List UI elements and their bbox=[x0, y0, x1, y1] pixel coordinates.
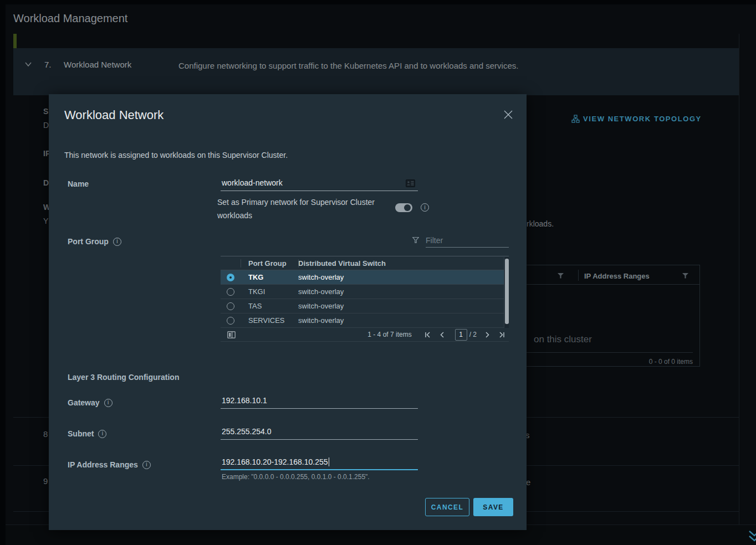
ip-ranges-label: IP Address Ranges bbox=[68, 460, 151, 469]
next-page-button[interactable] bbox=[480, 332, 494, 338]
last-page-button[interactable] bbox=[494, 332, 509, 338]
port-group-label: Port Group bbox=[68, 237, 121, 246]
cancel-button[interactable]: CANCEL bbox=[425, 498, 469, 516]
info-icon[interactable] bbox=[98, 430, 106, 438]
column-divider bbox=[298, 259, 299, 268]
name-input[interactable]: workload-network bbox=[221, 177, 418, 191]
text-cursor bbox=[329, 457, 330, 466]
ip-ranges-input-value: 192.168.10.20-192.168.10.255 bbox=[222, 457, 328, 466]
name-input-value: workload-network bbox=[222, 178, 283, 187]
dvs-column-header: Distributed Virtual Switch bbox=[294, 259, 509, 268]
port-group-table: Port Group Distributed Virtual Switch TK… bbox=[221, 256, 509, 342]
table-scrollbar[interactable] bbox=[504, 257, 509, 328]
items-count: 1 - 4 of 7 items bbox=[367, 331, 411, 338]
filter-icon[interactable] bbox=[412, 237, 419, 243]
modal-title: Workload Network bbox=[64, 108, 164, 122]
info-icon[interactable] bbox=[142, 461, 151, 469]
modal-description: This network is assigned to workloads on… bbox=[64, 151, 288, 160]
previous-page-button[interactable] bbox=[435, 332, 449, 338]
table-row-tkgi[interactable]: TKGI switch-overlay bbox=[221, 285, 509, 299]
table-row-services[interactable]: SERVICES switch-overlay bbox=[221, 313, 509, 328]
info-icon[interactable] bbox=[104, 399, 113, 407]
ip-ranges-input[interactable]: 192.168.10.20-192.168.10.255 bbox=[221, 456, 418, 470]
port-group-column-header: Port Group bbox=[241, 259, 294, 268]
port-group-filter-input[interactable] bbox=[426, 234, 509, 248]
page-total: / 2 bbox=[469, 331, 477, 338]
column-divider bbox=[241, 259, 241, 268]
gateway-input-value: 192.168.10.1 bbox=[222, 396, 267, 405]
subnet-input[interactable]: 255.255.254.0 bbox=[221, 426, 418, 440]
save-button[interactable]: SAVE bbox=[473, 498, 513, 516]
pagination: 1 / 2 bbox=[412, 329, 509, 341]
toggle-knob bbox=[404, 204, 411, 211]
subnet-label: Subnet bbox=[68, 429, 106, 438]
first-page-button[interactable] bbox=[421, 332, 435, 338]
contact-card-icon bbox=[406, 179, 415, 187]
gateway-input[interactable]: 192.168.10.1 bbox=[221, 395, 418, 409]
table-footer: 1 - 4 of 7 items 1 / 2 bbox=[221, 328, 509, 342]
vsphere-window: Workload Management 7. Workload Network … bbox=[0, 0, 756, 545]
table-header-row: Port Group Distributed Virtual Switch bbox=[221, 256, 509, 270]
name-label: Name bbox=[68, 179, 89, 188]
table-row-tas[interactable]: TAS switch-overlay bbox=[221, 299, 509, 313]
info-icon[interactable] bbox=[421, 203, 429, 212]
layer3-heading: Layer 3 Routing Configuration bbox=[68, 373, 179, 382]
radio-button[interactable] bbox=[227, 317, 234, 325]
workload-network-modal: Workload Network This network is assigne… bbox=[49, 94, 527, 530]
primary-network-toggle[interactable] bbox=[395, 203, 412, 212]
table-row-tkg[interactable]: TKG switch-overlay bbox=[221, 270, 509, 285]
close-icon[interactable] bbox=[502, 109, 514, 121]
radio-button[interactable] bbox=[227, 274, 234, 281]
subnet-input-value: 255.255.254.0 bbox=[222, 427, 272, 436]
radio-button[interactable] bbox=[227, 288, 234, 296]
ip-ranges-example: Example: "0.0.0.0 - 0.0.0.255, 0.0.1.0 -… bbox=[222, 473, 370, 481]
current-page-input[interactable]: 1 bbox=[455, 329, 467, 341]
gateway-label: Gateway bbox=[68, 398, 113, 407]
primary-network-toggle-label: Set as Primary network for Supervisor Cl… bbox=[217, 196, 379, 222]
info-icon[interactable] bbox=[113, 238, 121, 246]
scrollbar-thumb[interactable] bbox=[505, 259, 509, 324]
column-picker-icon[interactable] bbox=[227, 331, 236, 338]
radio-button[interactable] bbox=[227, 302, 234, 310]
